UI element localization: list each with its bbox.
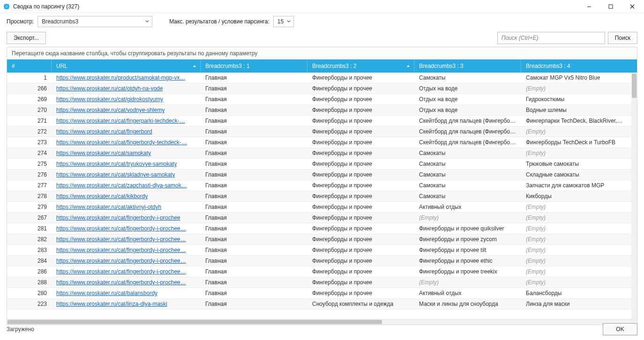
url-link[interactable]: https://www.proskater.ru/cat/fingerbordy… — [56, 225, 186, 232]
cell-bc3: Отдых на воде — [414, 83, 521, 94]
search-button[interactable]: Поиск — [608, 32, 637, 44]
cell-bc3: Самокаты — [414, 191, 521, 201]
cell-bc2: Фингерборды и прочее — [307, 256, 414, 266]
cell-bc4: Гидрокостюмы — [521, 94, 628, 104]
cell-bc2: Фингерборды и прочее — [307, 191, 414, 201]
url-link[interactable]: https://www.proskater.ru/cat/otdyh-na-vo… — [56, 85, 163, 92]
max-results-select[interactable]: 15 — [273, 16, 294, 27]
table-row[interactable]: 266https://www.proskater.ru/cat/otdyh-na… — [7, 83, 631, 94]
cell-bc1: Главная — [201, 137, 307, 148]
cell-bc3: Фингерборды и прочее quiksilver — [414, 223, 521, 234]
url-link[interactable]: https://www.proskater.ru/cat/fingerbordy… — [56, 279, 186, 286]
table-row[interactable]: 275https://www.proskater.ru/cat/tryukovy… — [7, 159, 631, 170]
url-link[interactable]: https://www.proskater.ru/cat/balansbordy — [56, 290, 157, 296]
cell-bc3: Отдых на воде — [414, 94, 521, 104]
cell-bc2: Фингерборды и прочее — [307, 126, 414, 137]
search-input[interactable] — [497, 32, 605, 44]
table-row[interactable]: 280https://www.proskater.ru/cat/balansbo… — [7, 288, 631, 299]
cell-num: 266 — [7, 83, 52, 94]
cell-bc4: (Empty) — [521, 213, 628, 223]
col-header-bc3[interactable]: Breadcrumbs3 : 3 — [414, 59, 521, 73]
url-link[interactable]: https://www.proskater.ru/cat/fingerbordy… — [56, 258, 186, 264]
cell-url: https://www.proskater.ru/cat/skladnye-sa… — [52, 170, 201, 180]
cell-url: https://www.proskater.ru/cat/fingerbordy… — [52, 137, 201, 148]
url-link[interactable]: https://www.proskater.ru/cat/fingerbordy… — [56, 236, 186, 243]
table-row[interactable]: 223https://www.proskater.ru/cat/linza-dl… — [7, 299, 631, 310]
table-row[interactable]: 276https://www.proskater.ru/cat/skladnye… — [7, 170, 631, 180]
url-link[interactable]: https://www.proskater.ru/cat/fingerbordy… — [56, 139, 187, 146]
url-link[interactable]: https://www.proskater.ru/cat/zapchasti-d… — [56, 182, 187, 189]
table-row[interactable]: 278https://www.proskater.ru/cat/kikbordy… — [7, 191, 631, 202]
url-link[interactable]: https://www.proskater.ru/cat/vodnye-shle… — [56, 107, 165, 113]
cell-num: 273 — [7, 137, 52, 148]
view-select[interactable]: Breadcrumbs3 — [37, 16, 152, 27]
cell-bc1: Главная — [201, 83, 307, 94]
col-header-url[interactable]: URL — [52, 59, 201, 73]
table-row[interactable]: 286https://www.proskater.ru/cat/fingerbo… — [7, 266, 631, 277]
table-row[interactable]: 282https://www.proskater.ru/cat/fingerbo… — [7, 234, 631, 245]
cell-num: 271 — [7, 116, 52, 126]
cell-bc2: Фингерборды и прочее — [307, 277, 414, 288]
vertical-scrollbar[interactable] — [631, 73, 637, 319]
cell-bc2: Фингерборды и прочее — [307, 73, 414, 83]
table-row[interactable]: 281https://www.proskater.ru/cat/fingerbo… — [7, 223, 631, 234]
cell-bc1: Главная — [201, 234, 307, 244]
table-row[interactable]: 1https://www.proskater.ru/product/samoka… — [7, 73, 631, 83]
cell-bc2: Фингерборды и прочее — [307, 245, 414, 255]
table-row[interactable]: 272https://www.proskater.ru/cat/fingerbo… — [7, 126, 631, 137]
col-header-num[interactable]: # — [7, 59, 52, 73]
table-row[interactable]: 277https://www.proskater.ru/cat/zapchast… — [7, 180, 631, 191]
cell-bc4: (Empty) — [521, 223, 628, 234]
cell-bc3: (Empty) — [414, 213, 521, 223]
url-link[interactable]: https://www.proskater.ru/cat/kikbordy — [56, 193, 148, 200]
cell-bc2: Сноуборд комплекты и одежда — [307, 299, 414, 309]
cell-num: 279 — [7, 202, 52, 212]
horizontal-scrollbar[interactable] — [7, 319, 637, 325]
group-by-bar[interactable]: Перетащите сюда название столбца, чтобы … — [7, 47, 637, 59]
cell-num: 284 — [7, 256, 52, 266]
url-link[interactable]: https://www.proskater.ru/cat/skladnye-sa… — [56, 171, 175, 178]
cell-bc3: Фингерборды и прочее ethic — [414, 256, 521, 266]
table-row[interactable]: 288https://www.proskater.ru/cat/fingerbo… — [7, 277, 631, 288]
url-link[interactable]: https://www.proskater.ru/cat/fingerparki… — [56, 118, 185, 124]
cell-url: https://www.proskater.ru/cat/vodnye-shle… — [52, 105, 201, 115]
scrollbar-thumb[interactable] — [632, 74, 637, 98]
table-row[interactable]: 273https://www.proskater.ru/cat/fingerbo… — [7, 137, 631, 148]
url-link[interactable]: https://www.proskater.ru/cat/fingerbordy… — [56, 268, 186, 275]
cell-num: 270 — [7, 105, 52, 115]
cell-bc3: Маски и линзы для сноуборда — [414, 299, 521, 309]
url-link[interactable]: https://www.proskater.ru/product/samokat… — [56, 74, 185, 81]
chevron-down-icon — [287, 20, 291, 23]
minimize-button[interactable] — [578, 0, 600, 13]
url-link[interactable]: https://www.proskater.ru/cat/fingerbordy… — [56, 247, 186, 253]
close-button[interactable] — [622, 0, 643, 13]
url-link[interactable]: https://www.proskater.ru/cat/aktivnyj-ot… — [56, 204, 161, 210]
cell-url: https://www.proskater.ru/product/samokat… — [52, 73, 201, 83]
ok-button[interactable]: OK — [603, 323, 637, 335]
table-row[interactable]: 283https://www.proskater.ru/cat/fingerbo… — [7, 245, 631, 256]
cell-num: 223 — [7, 299, 52, 309]
table-row[interactable]: 284https://www.proskater.ru/cat/fingerbo… — [7, 256, 631, 266]
cell-bc2: Фингерборды и прочее — [307, 180, 414, 191]
col-header-bc1[interactable]: Breadcrumbs3 : 1 — [201, 59, 307, 73]
scrollbar-thumb[interactable] — [7, 320, 382, 324]
table-row[interactable]: 271https://www.proskater.ru/cat/fingerpa… — [7, 116, 631, 126]
cell-bc2: Фингерборды и прочее — [307, 137, 414, 148]
url-link[interactable]: https://www.proskater.ru/cat/fingerbordy… — [56, 214, 180, 221]
url-link[interactable]: https://www.proskater.ru/cat/linza-dlya-… — [56, 301, 167, 307]
maximize-button[interactable] — [600, 0, 622, 13]
table-row[interactable]: 267https://www.proskater.ru/cat/fingerbo… — [7, 213, 631, 223]
cell-bc4: (Empty) — [521, 202, 628, 212]
url-link[interactable]: https://www.proskater.ru/cat/samokaty — [56, 150, 151, 156]
table-row[interactable]: 279https://www.proskater.ru/cat/aktivnyj… — [7, 202, 631, 213]
col-header-bc4[interactable]: Breadcrumbs3 : 4 — [521, 59, 628, 73]
table-row[interactable]: 269https://www.proskater.ru/cat/gidrokos… — [7, 94, 631, 105]
url-link[interactable]: https://www.proskater.ru/cat/fingerbord — [56, 128, 152, 135]
url-link[interactable]: https://www.proskater.ru/cat/gidrokostyu… — [56, 96, 163, 103]
url-link[interactable]: https://www.proskater.ru/cat/tryukovye-s… — [56, 161, 177, 167]
col-header-bc2[interactable]: Breadcrumbs3 : 2 — [307, 59, 414, 73]
table-row[interactable]: 274https://www.proskater.ru/cat/samokaty… — [7, 148, 631, 159]
table-row[interactable]: 270https://www.proskater.ru/cat/vodnye-s… — [7, 105, 631, 116]
cell-num: 269 — [7, 94, 52, 104]
export-button[interactable]: Экспорт... — [7, 32, 46, 44]
